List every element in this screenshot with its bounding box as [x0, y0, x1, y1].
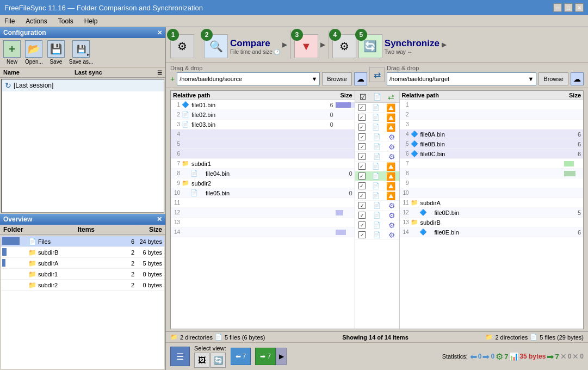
table-row[interactable]: 6 [171, 149, 355, 159]
menu-help[interactable]: Help [82, 16, 100, 26]
table-row[interactable]: 12 🔷 file0D.bin 5 [400, 208, 584, 218]
filter-arrow[interactable]: ▶ [320, 41, 325, 48]
save-button[interactable]: 💾 Save [47, 40, 65, 65]
table-row[interactable]: 10 📄 file05.bin 0 [171, 188, 355, 198]
right-browse-button[interactable]: Browse [539, 72, 568, 85]
action-icon[interactable]: ⚙ [388, 133, 395, 141]
sync-arrow[interactable]: ▶ [442, 41, 447, 48]
overview-close-button[interactable]: ✕ [157, 215, 162, 223]
checkbox[interactable] [358, 172, 366, 180]
action-icon[interactable]: ⚙ [388, 143, 395, 151]
table-row[interactable]: 2 📄 file02.bin 0 [171, 110, 355, 120]
session-item[interactable]: ↻ [Last session] [2, 79, 164, 91]
table-row[interactable]: 2 [400, 110, 584, 120]
maximize-button[interactable]: □ [564, 3, 573, 12]
checkbox[interactable] [358, 133, 366, 140]
table-row[interactable]: 9 [400, 178, 584, 188]
minimize-button[interactable]: ─ [553, 3, 562, 12]
new-button[interactable]: + New [3, 40, 21, 65]
save-as-button[interactable]: 💾▸ Save as... [69, 40, 93, 65]
table-row[interactable]: 5 [171, 139, 355, 149]
menu-file[interactable]: File [2, 16, 17, 26]
nav-expand-button[interactable]: ▶ [276, 348, 287, 365]
action-icon[interactable]: 🔼 [386, 103, 395, 112]
table-row[interactable]: 8 [400, 169, 584, 178]
photo-view-button[interactable]: 🖼 [194, 353, 209, 368]
table-row[interactable]: 4 🔷 file0A.bin 6 [400, 130, 584, 139]
action-icon[interactable]: 🔼 [386, 123, 395, 132]
left-browse-button[interactable]: Browse [322, 72, 352, 85]
action-icon[interactable]: 🔼 [386, 172, 395, 181]
action-icon[interactable]: ⚙ [388, 152, 395, 161]
overview-row-subdira[interactable]: 📁 subdirA 2 5 bytes [1, 258, 164, 269]
checkbox[interactable] [358, 104, 366, 111]
checkbox[interactable] [358, 143, 366, 150]
overview-row-files[interactable]: 📄 Files 6 24 bytes [1, 236, 164, 247]
sync-view-button[interactable]: 🔄 [211, 353, 226, 368]
right-path-input[interactable]: /home/baeldung/target ▼ [387, 72, 536, 85]
table-row[interactable]: 3 📄 file03.bin 0 [171, 120, 355, 130]
menu-actions[interactable]: Actions [23, 16, 49, 26]
table-row[interactable]: 11 [171, 198, 355, 208]
action-icon[interactable]: 🔼 [386, 113, 395, 122]
overview-row-subdir1[interactable]: 📁 subdir1 2 0 bytes [1, 269, 164, 280]
action-icon[interactable]: ⚙ [388, 211, 395, 220]
table-row[interactable]: 5 🔷 file0B.bin 6 [400, 139, 584, 149]
overview-row-subdir2[interactable]: 📁 subdir2 2 0 bytes [1, 280, 164, 291]
checkbox[interactable] [358, 163, 366, 170]
action-icon[interactable]: ⚙ [388, 221, 395, 230]
table-row[interactable]: 8 📄 file04.bin 0 [171, 169, 355, 178]
checkbox[interactable] [358, 182, 366, 189]
open-button[interactable]: 📂 Open... [25, 40, 43, 65]
middle-row: 📄⚙ [355, 201, 399, 211]
close-button[interactable]: ✕ [575, 3, 584, 12]
list-view-button[interactable]: ☰ [170, 347, 190, 366]
right-cloud-button[interactable]: ☁ [571, 72, 584, 85]
table-row[interactable]: 10 [400, 188, 584, 198]
checkbox[interactable] [358, 231, 366, 238]
left-cloud-button[interactable]: ☁ [354, 72, 367, 85]
checkbox[interactable] [358, 124, 366, 131]
middle-header: ☑ 📄 ⇄ [355, 91, 399, 103]
checkbox[interactable] [358, 202, 366, 209]
table-row[interactable]: 14 🔷 file0E.bin 6 [400, 227, 584, 237]
table-row[interactable]: 13 📁 subdirB [400, 218, 584, 227]
action-icon[interactable]: ⚙ [388, 201, 395, 210]
right-nav-button[interactable]: ➡ 7 [255, 348, 276, 365]
action-icon[interactable]: 🔼 [386, 162, 395, 171]
action-icon[interactable]: ⚙ [388, 231, 395, 239]
table-row[interactable]: 11 📁 subdirA [400, 198, 584, 208]
table-row[interactable]: 12 [171, 208, 355, 218]
stat-val-0: 0 [478, 353, 482, 360]
add-left-button[interactable]: + [170, 75, 175, 83]
swap-button[interactable]: ⇄ [369, 67, 385, 82]
table-row[interactable]: 9 📁 subdir2 [171, 178, 355, 188]
table-row[interactable]: 7 [400, 159, 584, 169]
table-row[interactable]: 13 [171, 218, 355, 227]
checkbox[interactable] [358, 192, 366, 199]
table-row[interactable]: 4 [171, 130, 355, 139]
left-path-section: Drag & drop + /home/baeldung/source ▼ Br… [170, 65, 367, 85]
config-close-button[interactable]: ✕ [157, 29, 162, 36]
checkbox[interactable] [358, 153, 366, 160]
left-path-input[interactable]: /home/baeldung/source ▼ [177, 72, 320, 85]
action-icon[interactable]: 🔼 [386, 192, 395, 200]
sync-sub-label: Two way ↔ [385, 49, 440, 55]
table-row[interactable]: 3 [400, 120, 584, 130]
checkbox[interactable] [358, 212, 366, 219]
table-row[interactable]: 6 🔷 file0C.bin 6 [400, 149, 584, 159]
checkbox[interactable] [358, 114, 366, 121]
stat-copy-icon: ➡ [547, 351, 554, 362]
compare-arrow[interactable]: ▶ [282, 41, 287, 48]
overview-row-subdirb[interactable]: 📁 subdirB 2 6 bytes [1, 247, 164, 258]
table-row[interactable]: 1 🔷 file01.bin 6 [171, 100, 355, 110]
left-nav-button[interactable]: ⬅ 7 [231, 348, 251, 365]
table-row[interactable]: 7 📁 subdir1 [171, 159, 355, 169]
action-icon[interactable]: 🔼 [386, 182, 395, 190]
table-row[interactable]: 1 [400, 100, 584, 110]
menu-tools[interactable]: Tools [56, 16, 76, 26]
menubar: File Actions Tools Help [0, 15, 588, 27]
table-row[interactable]: 14 [171, 227, 355, 237]
subdir1-name: subdir1 [38, 271, 118, 278]
checkbox[interactable] [358, 221, 366, 229]
